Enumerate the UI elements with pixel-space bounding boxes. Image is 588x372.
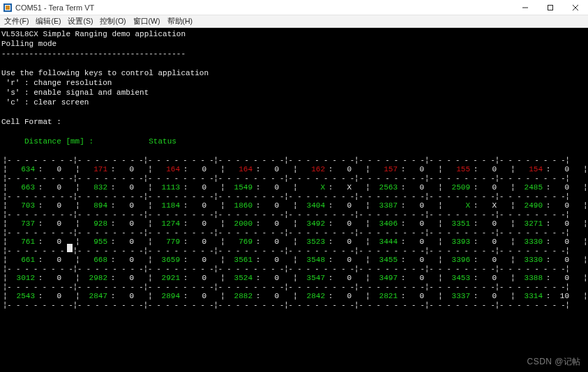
grid-cell: ¦3523:0 <box>293 237 365 247</box>
menu-file[interactable]: 文件(F) <box>4 17 29 26</box>
grid-cell: ¦3330:0 <box>511 237 583 247</box>
grid-cell: ¦171:0 <box>75 164 148 174</box>
terminal-cursor <box>67 244 73 252</box>
grid-cell: ¦769:0 <box>220 237 293 247</box>
grid-cell: ¦3314:10 <box>511 291 583 301</box>
grid-cell: ¦703:0 <box>3 201 75 210</box>
grid-cell: ¦3388:0 <box>511 273 583 283</box>
grid-cell: ¦2543:0 <box>3 291 75 301</box>
distance-status-label: Distance [mm] : Status <box>0 137 588 146</box>
instructions-title: Use the following keys to control applic… <box>0 68 588 78</box>
table-row: ¦663:0 ¦832:0 ¦1113:0 ¦1549:0 ¦X:X ¦2563… <box>0 183 588 192</box>
grid-cell: ¦2882:0 <box>220 291 293 301</box>
grid-cell: ¦1549:0 <box>220 183 293 192</box>
grid-cell: ¦2847:0 <box>75 291 148 301</box>
grid-cell: ¦3012:0 <box>3 273 75 283</box>
grid-cell: ¦3444:0 <box>365 237 438 247</box>
window-maximize-button[interactable] <box>538 0 563 15</box>
grid-cell: ¦3393:0 <box>438 237 511 247</box>
grid-cell: ¦2821:0 <box>365 291 438 301</box>
grid-cell: ¦1113:0 <box>148 183 220 192</box>
menu-control[interactable]: 控制(O) <box>100 17 126 26</box>
grid-cell: ¦X:X <box>438 201 511 210</box>
grid-separator: ¦- - - - - - - -¦- - - - - - - -¦- - - -… <box>0 247 588 255</box>
window-close-button[interactable] <box>563 0 588 15</box>
grid-separator: ¦- - - - - - - -¦- - - - - - - -¦- - - -… <box>0 228 588 237</box>
grid-separator: ¦- - - - - - - -¦- - - - - - - -¦- - - -… <box>0 192 588 201</box>
grid-cell: ¦737:0 <box>3 219 75 228</box>
grid-cell: ¦1184:0 <box>148 201 220 210</box>
grid-cell: ¦3524:0 <box>220 273 293 283</box>
table-row: ¦761:0 ¦955:0 ¦779:0 ¦769:0 ¦3523:0 ¦344… <box>0 237 588 247</box>
grid-separator: ¦- - - - - - - -¦- - - - - - - -¦- - - -… <box>0 301 588 309</box>
grid-cell: ¦779:0 <box>148 237 220 247</box>
teraterm-icon <box>3 3 13 13</box>
grid-cell: ¦164:0 <box>220 164 293 174</box>
grid-separator: ¦- - - - - - - -¦- - - - - - - -¦- - - -… <box>0 210 588 219</box>
cell-format-label: Cell Format : <box>0 117 588 127</box>
grid-cell: ¦832:0 <box>75 183 148 192</box>
grid-cell: ¦164:0 <box>148 164 220 174</box>
table-row: ¦3012:0 ¦2982:0 ¦2921:0 ¦3524:0 ¦3547:0 … <box>0 273 588 283</box>
grid-cell: ¦928:0 <box>75 219 148 228</box>
menu-help[interactable]: 帮助(H) <box>167 17 193 26</box>
grid-cell: ¦661:0 <box>3 255 75 265</box>
grid-cell: ¦663:0 <box>3 183 75 192</box>
grid-cell: ¦894:0 <box>75 201 148 210</box>
grid-cell: ¦3271:0 <box>511 219 583 228</box>
key-s: 's' : enable signal and ambient <box>0 88 588 98</box>
grid-cell: ¦154:0 <box>511 164 583 174</box>
menu-setup[interactable]: 设置(S) <box>68 17 93 26</box>
grid-cell: ¦1274:0 <box>148 219 220 228</box>
grid-cell: ¦157:0 <box>365 164 438 174</box>
ranging-grid: ¦- - - - - - - -¦- - - - - - - -¦- - - -… <box>0 156 588 309</box>
grid-cell: ¦2000:0 <box>220 219 293 228</box>
grid-cell: ¦2509:0 <box>438 183 511 192</box>
grid-cell: ¦155:0 <box>438 164 511 174</box>
menubar: 文件(F) 编辑(E) 设置(S) 控制(O) 窗口(W) 帮助(H) <box>0 15 588 28</box>
window-titlebar: COM51 - Tera Term VT <box>0 0 588 15</box>
grid-cell: ¦3455:0 <box>365 255 438 265</box>
grid-cell: ¦3330:0 <box>511 255 583 265</box>
grid-cell: ¦3337:0 <box>438 291 511 301</box>
grid-cell: ¦2490:0 <box>511 201 583 210</box>
grid-cell: ¦1860:0 <box>220 201 293 210</box>
watermark: CSDN @记帖 <box>527 357 581 366</box>
grid-cell: ¦2485:0 <box>511 183 583 192</box>
menu-window[interactable]: 窗口(W) <box>133 17 160 26</box>
table-row: ¦2543:0 ¦2847:0 ¦2894:0 ¦2882:0 ¦2842:0 … <box>0 291 588 301</box>
mode-line: Polling mode <box>0 39 588 49</box>
app-title-line: VL53L8CX Simple Ranging demo application <box>0 29 588 39</box>
terminal-output[interactable]: VL53L8CX Simple Ranging demo application… <box>0 28 588 372</box>
dashes-line: ---------------------------------------- <box>0 49 588 59</box>
grid-separator: ¦- - - - - - - -¦- - - - - - - -¦- - - -… <box>0 265 588 273</box>
grid-cell: ¦3659:0 <box>148 255 220 265</box>
grid-cell: ¦3396:0 <box>438 255 511 265</box>
grid-cell: ¦2842:0 <box>293 291 365 301</box>
grid-cell: ¦761:0 <box>3 237 75 247</box>
grid-cell: ¦3547:0 <box>293 273 365 283</box>
grid-cell: ¦3351:0 <box>438 219 511 228</box>
grid-cell: ¦2563:0 <box>365 183 438 192</box>
menu-edit[interactable]: 编辑(E) <box>36 17 61 26</box>
grid-cell: ¦162:0 <box>293 164 365 174</box>
grid-cell: ¦3561:0 <box>220 255 293 265</box>
grid-cell: ¦3387:0 <box>365 201 438 210</box>
grid-cell: ¦668:0 <box>75 255 148 265</box>
grid-cell: ¦3404:0 <box>293 201 365 210</box>
grid-cell: ¦X:X <box>293 183 365 192</box>
grid-cell: ¦634:0 <box>3 164 75 174</box>
table-row: ¦703:0 ¦894:0 ¦1184:0 ¦1860:0 ¦3404:0 ¦3… <box>0 201 588 210</box>
key-r: 'r' : change resolution <box>0 78 588 88</box>
grid-cell: ¦3406:0 <box>365 219 438 228</box>
svg-rect-4 <box>548 5 553 10</box>
grid-cell: ¦3453:0 <box>438 273 511 283</box>
grid-cell: ¦2921:0 <box>148 273 220 283</box>
window-minimize-button[interactable] <box>513 0 538 15</box>
grid-cell: ¦3548:0 <box>293 255 365 265</box>
grid-separator: ¦- - - - - - - -¦- - - - - - - -¦- - - -… <box>0 174 588 183</box>
grid-cell: ¦3492:0 <box>293 219 365 228</box>
grid-cell: ¦2894:0 <box>148 291 220 301</box>
table-row: ¦661:0 ¦668:0 ¦3659:0 ¦3561:0 ¦3548:0 ¦3… <box>0 255 588 265</box>
svg-rect-2 <box>6 6 10 10</box>
